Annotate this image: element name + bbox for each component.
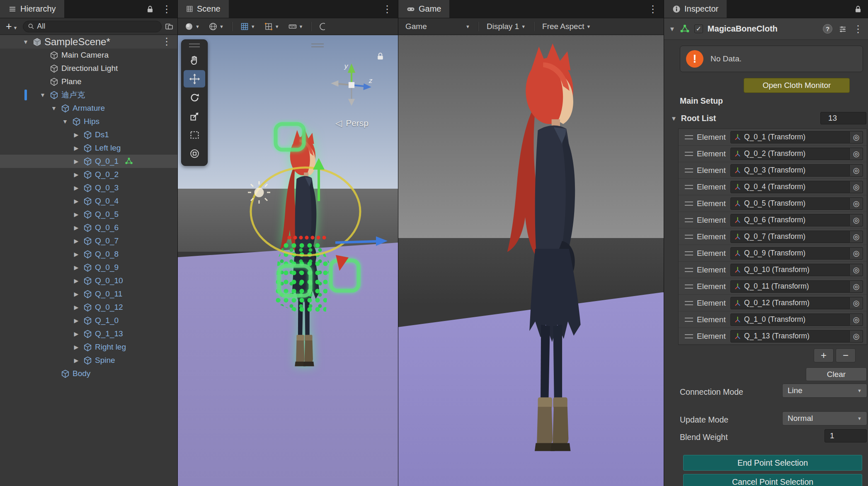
- foldout-arrow-icon[interactable]: [72, 291, 80, 297]
- root-list-row[interactable]: Element Q_1_0 (Transform) ◎: [679, 311, 867, 328]
- tab-hierarchy[interactable]: Hierarchy: [0, 0, 64, 18]
- object-field[interactable]: Q_0_9 (Transform): [730, 247, 850, 260]
- remove-element-button[interactable]: −: [836, 348, 856, 362]
- foldout-arrow-icon[interactable]: [72, 224, 80, 231]
- drag-handle-icon[interactable]: [685, 284, 693, 289]
- foldout-arrow-icon[interactable]: [50, 105, 58, 112]
- foldout-arrow-icon[interactable]: ▼: [669, 25, 675, 32]
- foldout-arrow-icon[interactable]: [72, 304, 80, 311]
- root-list-row[interactable]: Element Q_0_1 (Transform) ◎: [679, 129, 867, 146]
- drag-handle-icon[interactable]: [685, 251, 693, 255]
- root-list-row[interactable]: Element Q_0_11 (Transform) ◎: [679, 278, 867, 295]
- tree-row[interactable]: Left leg ⋮: [0, 141, 177, 155]
- transform-tool-button[interactable]: [184, 145, 205, 162]
- tree-row[interactable]: Q_0_5 ⋮: [0, 208, 177, 221]
- tree-row[interactable]: Q_0_6 ⋮: [0, 221, 177, 234]
- orientation-gizmo[interactable]: y z: [328, 62, 375, 108]
- presets-icon[interactable]: [839, 25, 847, 33]
- foldout-arrow-icon[interactable]: [72, 198, 80, 204]
- rect-tool-button[interactable]: [184, 126, 205, 143]
- root-list-row[interactable]: Element Q_0_4 (Transform) ◎: [679, 179, 867, 195]
- axis-center-cube[interactable]: [349, 82, 354, 88]
- tab-game[interactable]: Game: [398, 0, 449, 18]
- object-picker-icon[interactable]: ◎: [850, 197, 863, 210]
- tree-row[interactable]: Main Camera ⋮: [0, 49, 177, 62]
- drag-handle-icon[interactable]: [685, 152, 693, 156]
- game-view-dropdown[interactable]: Game ▼: [402, 20, 473, 33]
- tree-row[interactable]: Q_0_1 ⋮: [0, 155, 177, 168]
- object-picker-icon[interactable]: ◎: [850, 131, 863, 143]
- foldout-arrow-icon[interactable]: [72, 171, 80, 178]
- move-gizmo-x-arrowhead[interactable]: [376, 236, 388, 246]
- hand-tool-button[interactable]: [184, 51, 205, 69]
- object-picker-icon[interactable]: ◎: [850, 280, 863, 293]
- gizmo-lock-icon[interactable]: [376, 52, 385, 61]
- object-picker-icon[interactable]: ◎: [850, 264, 863, 276]
- root-list-row[interactable]: Element Q_0_6 (Transform) ◎: [679, 212, 867, 228]
- more-icon[interactable]: ⋮: [382, 4, 392, 14]
- foldout-arrow-icon[interactable]: [72, 238, 80, 244]
- foldout-arrow-icon[interactable]: [72, 145, 80, 151]
- tree-row[interactable]: Q_0_4 ⋮: [0, 194, 177, 208]
- overlay-grip-icon[interactable]: [311, 44, 324, 47]
- foldout-arrow-icon[interactable]: [72, 277, 80, 284]
- root-list-row[interactable]: Element Q_0_3 (Transform) ◎: [679, 162, 867, 179]
- foldout-arrow-icon[interactable]: [72, 317, 80, 324]
- object-field[interactable]: Q_0_12 (Transform): [730, 297, 850, 309]
- more-icon[interactable]: ⋮: [162, 4, 172, 14]
- object-field[interactable]: Q_0_6 (Transform): [730, 214, 850, 226]
- foldout-arrow-icon[interactable]: [72, 330, 80, 337]
- lock-icon[interactable]: [146, 5, 154, 13]
- root-list-row[interactable]: Element Q_0_10 (Transform) ◎: [679, 262, 867, 278]
- projection-toggle[interactable]: ◁ Persp: [335, 118, 369, 128]
- drag-handle-icon[interactable]: [685, 301, 693, 305]
- camera-settings-icon[interactable]: [317, 22, 325, 31]
- axis-down[interactable]: [348, 99, 355, 106]
- component-enabled-checkbox[interactable]: ✓: [694, 24, 703, 33]
- object-field[interactable]: Q_0_10 (Transform): [730, 264, 850, 276]
- tree-row[interactable]: Directional Light ⋮: [0, 62, 177, 75]
- tree-row[interactable]: Q_1_0 ⋮: [0, 314, 177, 327]
- open-cloth-monitor-button[interactable]: Open Cloth Monitor: [744, 78, 850, 93]
- object-field[interactable]: Q_0_5 (Transform): [730, 197, 850, 210]
- tree-row[interactable]: 迪卢克 ⋮: [0, 88, 177, 102]
- connection-mode-dropdown[interactable]: Line ▼: [782, 384, 867, 398]
- aspect-ratio-dropdown[interactable]: Free Aspect ▼: [539, 20, 594, 33]
- foldout-arrow-icon[interactable]: [72, 344, 80, 350]
- object-picker-icon[interactable]: ◎: [850, 313, 863, 326]
- rotate-tool-button[interactable]: [184, 89, 205, 106]
- create-object-button[interactable]: + ▼: [4, 20, 19, 32]
- component-header[interactable]: ▼ ✓ MagicaBoneCloth ? ⋮: [664, 18, 868, 40]
- cancel-point-selection-button[interactable]: Cancel Point Selection: [683, 474, 862, 486]
- drag-handle-icon[interactable]: [685, 218, 693, 222]
- tree-row[interactable]: SampleScene* ⋮: [0, 35, 177, 49]
- foldout-arrow-icon[interactable]: [72, 158, 80, 165]
- object-field[interactable]: Q_1_13 (Transform): [730, 330, 850, 343]
- object-picker-icon[interactable]: ◎: [850, 297, 863, 309]
- object-field[interactable]: Q_0_3 (Transform): [730, 164, 850, 177]
- scene-picker-icon[interactable]: [165, 22, 173, 31]
- drag-handle-icon[interactable]: [685, 202, 693, 206]
- blend-weight-field[interactable]: 1: [824, 429, 867, 442]
- tree-row[interactable]: Plane ⋮: [0, 75, 177, 88]
- object-field[interactable]: Q_1_0 (Transform): [730, 313, 850, 326]
- tree-row[interactable]: Q_1_13 ⋮: [0, 327, 177, 340]
- search-input[interactable]: [37, 22, 157, 31]
- move-tool-button[interactable]: [184, 70, 205, 87]
- root-list-header[interactable]: ▼ Root List 13: [671, 111, 866, 125]
- object-field[interactable]: Q_0_2 (Transform): [730, 148, 850, 160]
- move-gizmo-x-axis[interactable]: [335, 241, 377, 243]
- foldout-arrow-icon[interactable]: [72, 357, 80, 364]
- ruler-dropdown[interactable]: ▼: [286, 20, 306, 33]
- drag-handle-icon[interactable]: [685, 168, 693, 173]
- tools-grip-icon[interactable]: [189, 44, 200, 47]
- object-picker-icon[interactable]: ◎: [850, 330, 863, 343]
- add-element-button[interactable]: +: [814, 348, 834, 362]
- snap-settings-dropdown[interactable]: ▼: [262, 20, 282, 33]
- axis-y[interactable]: [348, 63, 355, 73]
- tree-row[interactable]: Q_0_10 ⋮: [0, 274, 177, 287]
- display-target-dropdown[interactable]: Display 1 ▼: [484, 20, 529, 33]
- drag-handle-icon[interactable]: [685, 185, 693, 189]
- object-field[interactable]: Q_0_7 (Transform): [730, 231, 850, 243]
- hierarchy-search[interactable]: [23, 21, 162, 32]
